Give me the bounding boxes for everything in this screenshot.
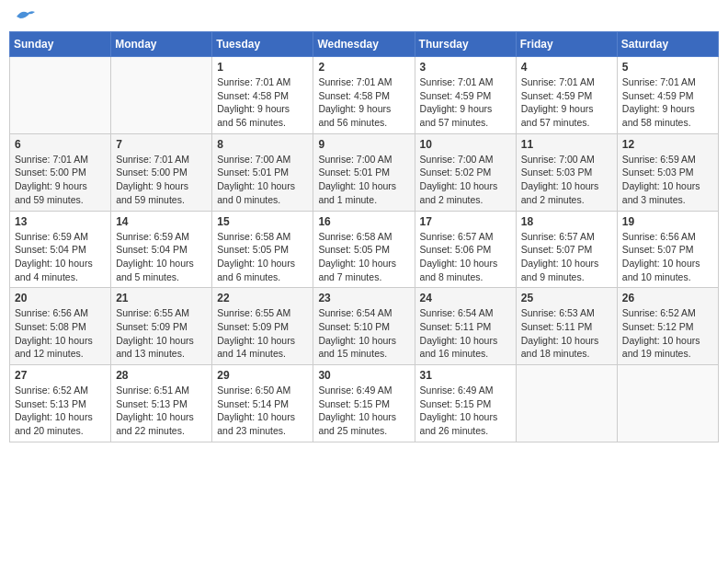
day-of-week-header: Wednesday <box>313 32 415 57</box>
calendar-day-cell: 5Sunrise: 7:01 AM Sunset: 4:59 PM Daylig… <box>617 57 718 134</box>
day-detail: Sunrise: 7:00 AM Sunset: 5:01 PM Dayligh… <box>318 153 409 207</box>
calendar-day-cell: 26Sunrise: 6:52 AM Sunset: 5:12 PM Dayli… <box>617 288 718 365</box>
calendar-week-row: 6Sunrise: 7:01 AM Sunset: 5:00 PM Daylig… <box>10 133 719 211</box>
day-number: 11 <box>521 138 612 151</box>
calendar-day-cell: 20Sunrise: 6:56 AM Sunset: 5:08 PM Dayli… <box>10 288 111 365</box>
calendar-week-row: 1Sunrise: 7:01 AM Sunset: 4:58 PM Daylig… <box>10 57 719 134</box>
day-detail: Sunrise: 6:54 AM Sunset: 5:10 PM Dayligh… <box>318 306 409 361</box>
calendar-day-cell: 30Sunrise: 6:49 AM Sunset: 5:15 PM Dayli… <box>313 365 415 442</box>
day-number: 8 <box>217 138 308 151</box>
day-of-week-header: Sunday <box>10 32 111 57</box>
calendar-day-cell: 28Sunrise: 6:51 AM Sunset: 5:13 PM Dayli… <box>111 365 212 442</box>
day-number: 3 <box>420 61 511 74</box>
day-number: 29 <box>217 369 308 382</box>
day-of-week-header: Saturday <box>617 32 718 57</box>
calendar-day-cell: 31Sunrise: 6:49 AM Sunset: 5:15 PM Dayli… <box>415 365 516 442</box>
calendar-day-cell: 16Sunrise: 6:58 AM Sunset: 5:05 PM Dayli… <box>313 211 415 288</box>
day-of-week-header: Monday <box>111 32 212 57</box>
day-detail: Sunrise: 6:58 AM Sunset: 5:05 PM Dayligh… <box>318 230 409 284</box>
day-detail: Sunrise: 7:01 AM Sunset: 5:00 PM Dayligh… <box>116 153 207 207</box>
day-number: 7 <box>116 138 207 151</box>
days-of-week-row: SundayMondayTuesdayWednesdayThursdayFrid… <box>10 32 719 57</box>
calendar-day-cell: 12Sunrise: 6:59 AM Sunset: 5:03 PM Dayli… <box>617 133 718 211</box>
day-number: 4 <box>521 61 612 74</box>
day-number: 2 <box>318 61 409 74</box>
day-detail: Sunrise: 6:53 AM Sunset: 5:11 PM Dayligh… <box>521 306 612 361</box>
day-detail: Sunrise: 6:55 AM Sunset: 5:09 PM Dayligh… <box>217 306 308 361</box>
calendar-day-cell: 19Sunrise: 6:56 AM Sunset: 5:07 PM Dayli… <box>617 211 718 288</box>
day-detail: Sunrise: 7:01 AM Sunset: 5:00 PM Dayligh… <box>15 153 106 207</box>
day-number: 16 <box>318 215 409 228</box>
day-detail: Sunrise: 6:49 AM Sunset: 5:15 PM Dayligh… <box>420 384 511 438</box>
calendar-day-cell: 24Sunrise: 6:54 AM Sunset: 5:11 PM Dayli… <box>415 288 516 365</box>
calendar-day-cell: 1Sunrise: 7:01 AM Sunset: 4:58 PM Daylig… <box>212 57 313 134</box>
day-detail: Sunrise: 6:59 AM Sunset: 5:04 PM Dayligh… <box>15 230 106 284</box>
day-number: 19 <box>622 215 713 228</box>
calendar-day-cell: 4Sunrise: 7:01 AM Sunset: 4:59 PM Daylig… <box>516 57 617 134</box>
calendar-day-cell: 10Sunrise: 7:00 AM Sunset: 5:02 PM Dayli… <box>415 133 516 211</box>
calendar-day-cell: 13Sunrise: 6:59 AM Sunset: 5:04 PM Dayli… <box>10 211 111 288</box>
day-detail: Sunrise: 7:01 AM Sunset: 4:58 PM Dayligh… <box>318 75 409 130</box>
day-detail: Sunrise: 6:58 AM Sunset: 5:05 PM Dayligh… <box>217 230 308 284</box>
calendar-body: 1Sunrise: 7:01 AM Sunset: 4:58 PM Daylig… <box>10 57 719 442</box>
day-detail: Sunrise: 7:01 AM Sunset: 4:59 PM Dayligh… <box>420 75 511 130</box>
day-detail: Sunrise: 6:54 AM Sunset: 5:11 PM Dayligh… <box>420 306 511 361</box>
calendar-day-cell: 2Sunrise: 7:01 AM Sunset: 4:58 PM Daylig… <box>313 57 415 134</box>
day-detail: Sunrise: 6:59 AM Sunset: 5:04 PM Dayligh… <box>116 230 207 284</box>
day-detail: Sunrise: 6:52 AM Sunset: 5:13 PM Dayligh… <box>15 384 106 438</box>
day-number: 23 <box>318 292 409 304</box>
day-detail: Sunrise: 6:57 AM Sunset: 5:07 PM Dayligh… <box>521 230 612 284</box>
calendar-day-cell: 27Sunrise: 6:52 AM Sunset: 5:13 PM Dayli… <box>10 365 111 442</box>
day-detail: Sunrise: 6:50 AM Sunset: 5:14 PM Dayligh… <box>217 384 308 438</box>
day-detail: Sunrise: 7:01 AM Sunset: 4:59 PM Dayligh… <box>521 75 612 130</box>
calendar-day-cell: 21Sunrise: 6:55 AM Sunset: 5:09 PM Dayli… <box>111 288 212 365</box>
calendar-day-cell: 29Sunrise: 6:50 AM Sunset: 5:14 PM Dayli… <box>212 365 313 442</box>
calendar-day-cell: 18Sunrise: 6:57 AM Sunset: 5:07 PM Dayli… <box>516 211 617 288</box>
day-of-week-header: Thursday <box>415 32 516 57</box>
page-header <box>9 9 719 24</box>
day-number: 20 <box>15 292 106 304</box>
logo <box>13 9 35 24</box>
day-number: 22 <box>217 292 308 304</box>
day-detail: Sunrise: 6:49 AM Sunset: 5:15 PM Dayligh… <box>318 384 409 438</box>
day-detail: Sunrise: 6:56 AM Sunset: 5:07 PM Dayligh… <box>622 230 713 284</box>
calendar-day-cell: 14Sunrise: 6:59 AM Sunset: 5:04 PM Dayli… <box>111 211 212 288</box>
day-number: 27 <box>15 369 106 382</box>
calendar-week-row: 20Sunrise: 6:56 AM Sunset: 5:08 PM Dayli… <box>10 288 719 365</box>
calendar-table: SundayMondayTuesdayWednesdayThursdayFrid… <box>9 31 719 442</box>
day-detail: Sunrise: 6:55 AM Sunset: 5:09 PM Dayligh… <box>116 306 207 361</box>
day-number: 14 <box>116 215 207 228</box>
day-detail: Sunrise: 7:00 AM Sunset: 5:02 PM Dayligh… <box>420 153 511 207</box>
calendar-day-cell: 25Sunrise: 6:53 AM Sunset: 5:11 PM Dayli… <box>516 288 617 365</box>
day-number: 12 <box>622 138 713 151</box>
calendar-day-cell <box>111 57 212 134</box>
day-number: 10 <box>420 138 511 151</box>
calendar-day-cell: 22Sunrise: 6:55 AM Sunset: 5:09 PM Dayli… <box>212 288 313 365</box>
day-number: 1 <box>217 61 308 74</box>
day-detail: Sunrise: 7:01 AM Sunset: 4:58 PM Dayligh… <box>217 75 308 130</box>
day-number: 25 <box>521 292 612 304</box>
calendar-day-cell <box>10 57 111 134</box>
day-number: 26 <box>622 292 713 304</box>
day-number: 9 <box>318 138 409 151</box>
day-detail: Sunrise: 6:59 AM Sunset: 5:03 PM Dayligh… <box>622 153 713 207</box>
calendar-day-cell: 9Sunrise: 7:00 AM Sunset: 5:01 PM Daylig… <box>313 133 415 211</box>
calendar-day-cell: 8Sunrise: 7:00 AM Sunset: 5:01 PM Daylig… <box>212 133 313 211</box>
calendar-day-cell: 15Sunrise: 6:58 AM Sunset: 5:05 PM Dayli… <box>212 211 313 288</box>
calendar-week-row: 27Sunrise: 6:52 AM Sunset: 5:13 PM Dayli… <box>10 365 719 442</box>
logo-bird-icon <box>15 9 35 24</box>
day-number: 30 <box>318 369 409 382</box>
calendar-day-cell: 3Sunrise: 7:01 AM Sunset: 4:59 PM Daylig… <box>415 57 516 134</box>
day-number: 28 <box>116 369 207 382</box>
day-of-week-header: Friday <box>516 32 617 57</box>
day-of-week-header: Tuesday <box>212 32 313 57</box>
day-number: 5 <box>622 61 713 74</box>
calendar-header: SundayMondayTuesdayWednesdayThursdayFrid… <box>10 32 719 57</box>
day-detail: Sunrise: 7:01 AM Sunset: 4:59 PM Dayligh… <box>622 75 713 130</box>
day-number: 18 <box>521 215 612 228</box>
day-number: 17 <box>420 215 511 228</box>
day-detail: Sunrise: 6:57 AM Sunset: 5:06 PM Dayligh… <box>420 230 511 284</box>
calendar-day-cell: 6Sunrise: 7:01 AM Sunset: 5:00 PM Daylig… <box>10 133 111 211</box>
day-number: 15 <box>217 215 308 228</box>
calendar-day-cell: 23Sunrise: 6:54 AM Sunset: 5:10 PM Dayli… <box>313 288 415 365</box>
